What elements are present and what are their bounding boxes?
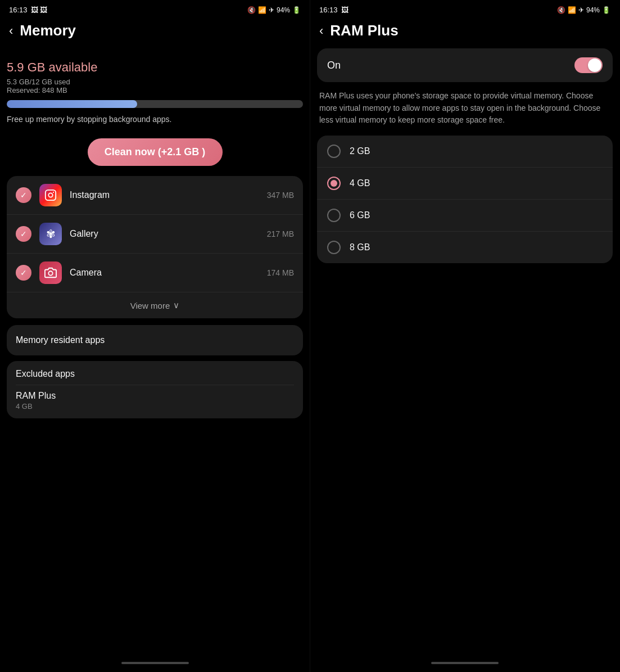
app-name-gallery: Gallery bbox=[70, 229, 259, 239]
memory-used: 5.3 GB/12 GB used bbox=[7, 78, 303, 86]
airplane-icon-right: ✈ bbox=[578, 6, 584, 14]
status-icons-right: 🔇 📶 ✈ 94% 🔋 bbox=[557, 6, 610, 14]
svg-point-1 bbox=[48, 193, 52, 197]
toggle-card: On bbox=[317, 48, 613, 82]
memory-content: 5.9 GB available 5.3 GB/12 GB used Reser… bbox=[0, 48, 310, 657]
app-icon-camera bbox=[39, 261, 62, 284]
option-label-6gb: 6 GB bbox=[350, 210, 370, 220]
page-title-left: Memory bbox=[20, 22, 76, 39]
svg-point-3 bbox=[48, 271, 52, 275]
status-bar-left: 16:13 🖼 🖼 🔇 📶 ✈ 94% 🔋 bbox=[0, 0, 310, 17]
status-icons-left: 🔇 📶 ✈ 94% 🔋 bbox=[247, 6, 301, 14]
app-name-camera: Camera bbox=[70, 268, 259, 278]
divider bbox=[16, 385, 294, 385]
app-row-gallery[interactable]: ✓ ✾ Gallery 217 MB bbox=[7, 215, 303, 254]
status-time-right: 16:13 🖼 bbox=[319, 6, 349, 14]
left-header: ‹ Memory bbox=[0, 17, 310, 48]
app-row-camera[interactable]: ✓ Camera 174 MB bbox=[7, 254, 303, 292]
app-icon-instagram bbox=[39, 184, 62, 206]
status-bar-right: 16:13 🖼 🔇 📶 ✈ 94% 🔋 bbox=[310, 0, 619, 17]
memory-resident-card[interactable]: Memory resident apps bbox=[7, 325, 303, 355]
radio-6gb bbox=[327, 209, 341, 222]
signal-icon: 📶 bbox=[258, 6, 266, 14]
apps-card: ✓ Instagram 347 MB ✓ ✾ Gallery 217 MB ✓ bbox=[7, 176, 303, 318]
image-icon-right: 🖼 bbox=[341, 6, 349, 14]
image-icon: 🖼 🖼 bbox=[31, 6, 48, 14]
airplane-icon: ✈ bbox=[269, 6, 274, 14]
back-button-left[interactable]: ‹ bbox=[9, 24, 13, 38]
memory-resident-title: Memory resident apps bbox=[16, 335, 294, 345]
left-panel: 16:13 🖼 🖼 🔇 📶 ✈ 94% 🔋 ‹ Memory 5.9 GB av… bbox=[0, 0, 310, 672]
battery-icon-right: 🔋 bbox=[602, 6, 610, 14]
toggle-label: On bbox=[327, 60, 341, 71]
page-title-right: RAM Plus bbox=[330, 22, 398, 39]
radio-inner-4gb bbox=[331, 180, 337, 187]
app-size-camera: 174 MB bbox=[267, 268, 294, 277]
memory-available: 5.9 GB available bbox=[7, 53, 303, 76]
mute-icon-right: 🔇 bbox=[557, 6, 565, 14]
radio-4gb bbox=[327, 177, 341, 190]
ram-description: RAM Plus uses your phone's storage space… bbox=[317, 90, 613, 127]
memory-reserved: Reserved: 848 MB bbox=[7, 86, 303, 94]
option-label-2gb: 2 GB bbox=[350, 146, 370, 156]
app-size-gallery: 217 MB bbox=[267, 229, 294, 238]
option-4gb[interactable]: 4 GB bbox=[317, 168, 613, 200]
toggle-knob bbox=[588, 58, 601, 72]
ram-plus-title: RAM Plus bbox=[16, 391, 294, 401]
app-row-instagram[interactable]: ✓ Instagram 347 MB bbox=[7, 176, 303, 215]
option-label-8gb: 8 GB bbox=[350, 242, 370, 252]
status-time-left: 16:13 🖼 🖼 bbox=[9, 6, 47, 14]
ram-plus-toggle[interactable] bbox=[574, 57, 603, 73]
svg-point-2 bbox=[53, 192, 54, 193]
ram-content: On RAM Plus uses your phone's storage sp… bbox=[310, 48, 619, 657]
radio-8gb bbox=[327, 241, 341, 254]
option-6gb[interactable]: 6 GB bbox=[317, 200, 613, 232]
progress-bar-fill bbox=[7, 100, 137, 108]
chevron-down-icon: ∨ bbox=[173, 300, 179, 310]
nav-bar-right bbox=[431, 662, 499, 664]
memory-progress-bar bbox=[7, 100, 303, 108]
view-more-button[interactable]: View more ∨ bbox=[7, 292, 303, 318]
ram-plus-subtitle: 4 GB bbox=[16, 402, 294, 411]
check-instagram: ✓ bbox=[16, 187, 31, 203]
radio-2gb bbox=[327, 145, 341, 158]
svg-rect-0 bbox=[46, 190, 56, 200]
option-2gb[interactable]: 2 GB bbox=[317, 136, 613, 168]
clean-now-button[interactable]: Clean now (+2.1 GB ) bbox=[88, 138, 223, 166]
nav-indicator-left bbox=[0, 657, 310, 669]
options-card: 2 GB 4 GB 6 GB 8 GB bbox=[317, 136, 613, 263]
mute-icon: 🔇 bbox=[247, 6, 256, 14]
app-icon-gallery: ✾ bbox=[39, 223, 62, 245]
app-size-instagram: 347 MB bbox=[267, 191, 294, 200]
option-label-4gb: 4 GB bbox=[350, 178, 370, 188]
excluded-apps-card[interactable]: Excluded apps RAM Plus 4 GB bbox=[7, 361, 303, 418]
app-name-instagram: Instagram bbox=[70, 190, 259, 200]
battery-icon: 🔋 bbox=[292, 6, 301, 14]
nav-indicator-right bbox=[310, 657, 619, 669]
signal-icon-right: 📶 bbox=[568, 6, 576, 14]
check-gallery: ✓ bbox=[16, 226, 31, 242]
check-camera: ✓ bbox=[16, 265, 31, 281]
memory-stats: 5.9 GB available 5.3 GB/12 GB used Reser… bbox=[7, 48, 303, 138]
free-up-text: Free up memory by stopping background ap… bbox=[7, 115, 303, 124]
option-8gb[interactable]: 8 GB bbox=[317, 232, 613, 263]
nav-bar-left bbox=[121, 662, 189, 664]
excluded-apps-title: Excluded apps bbox=[16, 369, 294, 379]
back-button-right[interactable]: ‹ bbox=[319, 24, 323, 38]
right-panel: 16:13 🖼 🔇 📶 ✈ 94% 🔋 ‹ RAM Plus On RAM Pl… bbox=[310, 0, 619, 672]
view-more-label: View more bbox=[130, 301, 170, 310]
right-header: ‹ RAM Plus bbox=[310, 17, 619, 48]
